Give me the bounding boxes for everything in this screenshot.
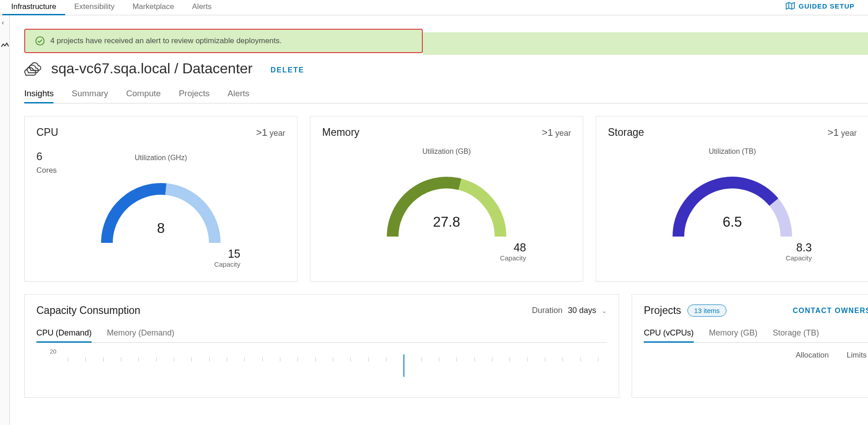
left-rail: ‹ bbox=[0, 15, 10, 425]
cpu-horizon: >1 year bbox=[256, 127, 285, 139]
storage-horizon: >1 year bbox=[828, 127, 857, 139]
tab-cpu-vcpus[interactable]: CPU (vCPUs) bbox=[644, 328, 694, 342]
subnav-projects[interactable]: Projects bbox=[179, 89, 210, 103]
collapse-icon[interactable]: ‹ bbox=[2, 19, 4, 26]
tab-storage-tb[interactable]: Storage (TB) bbox=[773, 328, 819, 342]
page-title-text: sqa-vc67.sqa.local / Datacenter bbox=[51, 60, 252, 77]
storage-capacity: 8.3 Capacity bbox=[786, 241, 812, 262]
gauge-cards-row: CPU >1 year 6Cores Utilization (GHz) 8 1… bbox=[24, 116, 868, 282]
topnav-infrastructure[interactable]: Infrastructure bbox=[2, 2, 65, 15]
subnav-compute[interactable]: Compute bbox=[126, 89, 161, 103]
cpu-util-label: Utilization (GHz) bbox=[36, 154, 285, 162]
top-nav: Infrastructure Extensibility Marketplace… bbox=[0, 0, 868, 15]
contact-owners-button[interactable]: CONTACT OWNERS bbox=[793, 307, 868, 315]
memory-gauge bbox=[375, 165, 518, 246]
topnav-alerts[interactable]: Alerts bbox=[183, 2, 221, 15]
consumption-tabs: CPU (Demand) Memory (Demand) bbox=[36, 328, 607, 343]
chevron-down-icon: ⌄ bbox=[602, 307, 607, 314]
storage-card: Storage >1 year Utilization (TB) 6.5 8.3… bbox=[596, 116, 868, 282]
cpu-value: 8 bbox=[36, 220, 285, 237]
subnav-alerts[interactable]: Alerts bbox=[228, 89, 250, 103]
storage-gauge bbox=[660, 165, 804, 246]
map-icon bbox=[786, 2, 795, 10]
guided-setup-button[interactable]: GUIDED SETUP bbox=[786, 2, 855, 10]
bottom-row: Capacity Consumption Duration 30 days ⌄ … bbox=[24, 294, 868, 398]
col-allocation: Allocation bbox=[796, 351, 829, 360]
consumption-card: Capacity Consumption Duration 30 days ⌄ … bbox=[24, 294, 619, 398]
cpu-card: CPU >1 year 6Cores Utilization (GHz) 8 1… bbox=[24, 116, 297, 282]
duration-label: Duration bbox=[532, 306, 562, 315]
cpu-gauge bbox=[89, 171, 233, 252]
topnav-extensibility[interactable]: Extensibility bbox=[65, 2, 124, 15]
alert-text: 4 projects have received an alert to rev… bbox=[50, 36, 282, 45]
svg-point-0 bbox=[36, 37, 44, 45]
memory-card: Memory >1 year Utilization (GB) 27.8 48 … bbox=[310, 116, 583, 282]
consumption-title: Capacity Consumption bbox=[36, 304, 140, 317]
consumption-chart: 20 bbox=[36, 348, 607, 380]
guided-setup-label: GUIDED SETUP bbox=[798, 2, 855, 10]
projects-title: Projects bbox=[644, 304, 681, 317]
storage-title: Storage bbox=[608, 126, 644, 139]
tab-memory-gb[interactable]: Memory (GB) bbox=[709, 328, 757, 342]
topnav-marketplace[interactable]: Marketplace bbox=[124, 2, 183, 15]
memory-value: 27.8 bbox=[322, 214, 571, 230]
storage-value: 6.5 bbox=[608, 214, 857, 230]
duration-selector[interactable]: Duration 30 days ⌄ bbox=[532, 306, 607, 315]
tab-memory-demand[interactable]: Memory (Demand) bbox=[107, 328, 174, 342]
alert-banner-continuation bbox=[423, 32, 868, 55]
projects-card: Projects 13 items CONTACT OWNERS CPU (vC… bbox=[632, 294, 868, 398]
memory-util-label: Utilization (GB) bbox=[322, 148, 571, 156]
sub-nav: Insights Summary Compute Projects Alerts bbox=[24, 89, 868, 103]
cpu-capacity: 15 Capacity bbox=[214, 247, 240, 268]
alert-banner[interactable]: 4 projects have received an alert to rev… bbox=[24, 29, 423, 53]
col-limits: Limits bbox=[847, 351, 867, 360]
y-tick-label: 20 bbox=[50, 348, 56, 355]
memory-horizon: >1 year bbox=[542, 127, 571, 139]
sparkline-icon[interactable] bbox=[1, 42, 9, 49]
check-circle-icon bbox=[35, 36, 45, 46]
cpu-title: CPU bbox=[36, 126, 58, 139]
projects-count-badge: 13 items bbox=[687, 304, 726, 317]
memory-capacity: 48 Capacity bbox=[500, 241, 526, 262]
delete-button[interactable]: DELETE bbox=[270, 66, 304, 74]
subnav-insights[interactable]: Insights bbox=[24, 89, 53, 103]
storage-util-label: Utilization (TB) bbox=[608, 148, 857, 156]
memory-title: Memory bbox=[322, 126, 359, 139]
tab-cpu-demand[interactable]: CPU (Demand) bbox=[36, 328, 92, 342]
subnav-summary[interactable]: Summary bbox=[71, 89, 108, 103]
page-title: sqa-vc67.sqa.local / Datacenter bbox=[24, 60, 252, 77]
duration-value: 30 days bbox=[568, 306, 596, 315]
page-title-row: sqa-vc67.sqa.local / Datacenter DELETE bbox=[24, 60, 868, 77]
cloud-stack-icon bbox=[24, 61, 45, 77]
page-body: 4 projects have received an alert to rev… bbox=[10, 15, 868, 398]
projects-tabs: CPU (vCPUs) Memory (GB) Storage (TB) bbox=[644, 328, 868, 343]
